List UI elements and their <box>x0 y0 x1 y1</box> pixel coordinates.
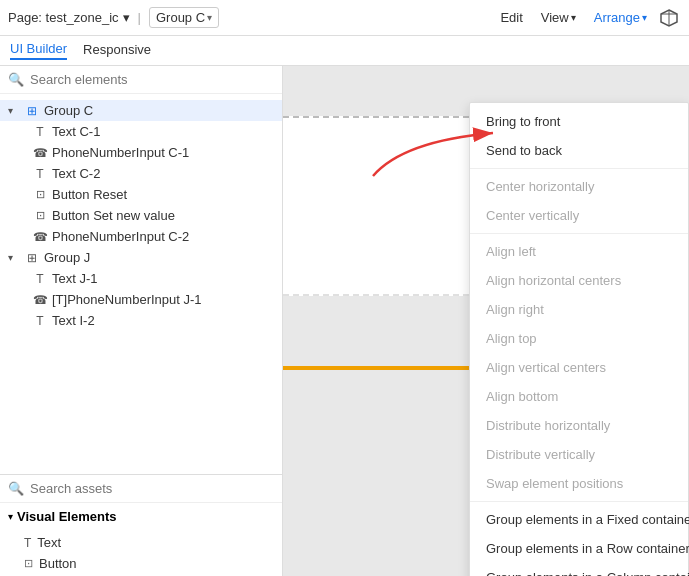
tree-item-group-j[interactable]: ▾ ⊞ Group J <box>0 247 282 268</box>
element-tree: ▾ ⊞ Group C T Text C-1 ☎ PhoneNumberInpu… <box>0 94 282 474</box>
button-icon-reset: ⊡ <box>32 188 48 201</box>
group-label: Group C <box>156 10 205 25</box>
3d-cube-button[interactable] <box>657 6 681 30</box>
search-elements-box: 🔍 <box>0 66 282 94</box>
menu-item-5: Align horizontal centers <box>470 266 688 295</box>
tab-ui-builder[interactable]: UI Builder <box>10 41 67 60</box>
menu-item-6: Align right <box>470 295 688 324</box>
menu-item-7: Align top <box>470 324 688 353</box>
group-chevron-icon: ▾ <box>207 12 212 23</box>
group-selector[interactable]: Group C ▾ <box>149 7 219 28</box>
tree-label-text-j1: Text J-1 <box>52 271 98 286</box>
page-label: Page: test_zone_ic <box>8 10 119 25</box>
phone-icon-j1: ☎ <box>32 293 48 307</box>
separator: | <box>138 10 141 25</box>
search-elements-icon: 🔍 <box>8 72 24 87</box>
top-bar-actions: Edit View ▾ Arrange ▾ <box>492 6 681 30</box>
assets-arrow-icon: ▾ <box>8 511 13 522</box>
assets-item-button[interactable]: ⊡ Button <box>0 553 282 574</box>
phone-icon: ☎ <box>32 146 48 160</box>
menu-item-10: Distribute horizontally <box>470 411 688 440</box>
tree-arrow-group-c: ▾ <box>8 105 20 116</box>
text-icon-c2: T <box>32 167 48 181</box>
menu-item-12: Swap element positions <box>470 469 688 498</box>
tree-item-group-c[interactable]: ▾ ⊞ Group C <box>0 100 282 121</box>
search-assets-box: 🔍 <box>0 475 282 503</box>
assets-section: 🔍 ▾ Visual Elements T Text ⊡ Button <box>0 474 282 576</box>
search-assets-input[interactable] <box>30 481 274 496</box>
menu-item-13[interactable]: Group elements in a Fixed container <box>470 505 688 534</box>
assets-button-icon: ⊡ <box>24 557 33 570</box>
menu-divider-12 <box>470 501 688 502</box>
text-icon-i2: T <box>32 314 48 328</box>
assets-text-label: Text <box>37 535 61 550</box>
arrange-dropdown-menu: Bring to frontSend to backCenter horizon… <box>469 102 689 576</box>
assets-item-text[interactable]: T Text <box>0 532 282 553</box>
tree-label-text-c2: Text C-2 <box>52 166 100 181</box>
page-selector[interactable]: Page: test_zone_ic ▾ <box>8 10 130 25</box>
arrange-button[interactable]: Arrange ▾ <box>586 7 655 28</box>
left-panel: 🔍 ▾ ⊞ Group C T Text C-1 ☎ PhoneNumberIn… <box>0 66 283 576</box>
page-chevron-icon: ▾ <box>123 10 130 25</box>
menu-item-8: Align vertical centers <box>470 353 688 382</box>
sub-bar: UI Builder Responsive <box>0 36 689 66</box>
canvas-area: Bring to frontSend to backCenter horizon… <box>283 66 689 576</box>
menu-item-0[interactable]: Bring to front <box>470 107 688 136</box>
button-icon-set: ⊡ <box>32 209 48 222</box>
tree-item-phone-c1[interactable]: ☎ PhoneNumberInput C-1 <box>0 142 282 163</box>
tree-item-phone-c2[interactable]: ☎ PhoneNumberInput C-2 <box>0 226 282 247</box>
menu-item-9: Align bottom <box>470 382 688 411</box>
assets-section-label: Visual Elements <box>17 509 116 524</box>
tree-item-btn-set[interactable]: ⊡ Button Set new value <box>0 205 282 226</box>
cube-icon <box>659 8 679 28</box>
menu-item-15[interactable]: Group elements in a Column container <box>470 563 688 576</box>
search-elements-input[interactable] <box>30 72 274 87</box>
group-icon: ⊞ <box>24 104 40 118</box>
top-bar: Page: test_zone_ic ▾ | Group C ▾ Edit Vi… <box>0 0 689 36</box>
menu-item-3: Center vertically <box>470 201 688 230</box>
tree-label-group-j: Group J <box>44 250 90 265</box>
view-button[interactable]: View ▾ <box>533 7 584 28</box>
text-icon-j1: T <box>32 272 48 286</box>
tree-item-text-c2[interactable]: T Text C-2 <box>0 163 282 184</box>
tree-label-group-c: Group C <box>44 103 93 118</box>
edit-button[interactable]: Edit <box>492 7 530 28</box>
tree-label-text-c1: Text C-1 <box>52 124 100 139</box>
tree-item-text-j1[interactable]: T Text J-1 <box>0 268 282 289</box>
phone-icon-c2: ☎ <box>32 230 48 244</box>
tree-label-btn-set: Button Set new value <box>52 208 175 223</box>
tree-label-text-i2: Text I-2 <box>52 313 95 328</box>
tree-label-btn-reset: Button Reset <box>52 187 127 202</box>
assets-items: T Text ⊡ Button <box>0 530 282 576</box>
menu-item-1[interactable]: Send to back <box>470 136 688 165</box>
tree-label-phone-j1: [T]PhoneNumberInput J-1 <box>52 292 202 307</box>
tree-label-phone-c2: PhoneNumberInput C-2 <box>52 229 189 244</box>
main-layout: 🔍 ▾ ⊞ Group C T Text C-1 ☎ PhoneNumberIn… <box>0 66 689 576</box>
tree-arrow-group-j: ▾ <box>8 252 20 263</box>
menu-item-4: Align left <box>470 237 688 266</box>
group-j-icon: ⊞ <box>24 251 40 265</box>
menu-divider-3 <box>470 233 688 234</box>
tree-item-text-i2[interactable]: T Text I-2 <box>0 310 282 331</box>
assets-header[interactable]: ▾ Visual Elements <box>0 503 282 530</box>
tab-responsive[interactable]: Responsive <box>83 42 151 59</box>
view-chevron-icon: ▾ <box>571 12 576 23</box>
tree-item-btn-reset[interactable]: ⊡ Button Reset <box>0 184 282 205</box>
assets-button-label: Button <box>39 556 77 571</box>
menu-item-2: Center horizontally <box>470 172 688 201</box>
assets-text-icon: T <box>24 536 31 550</box>
tree-item-phone-j1[interactable]: ☎ [T]PhoneNumberInput J-1 <box>0 289 282 310</box>
arrange-chevron-icon: ▾ <box>642 12 647 23</box>
tree-label-phone-c1: PhoneNumberInput C-1 <box>52 145 189 160</box>
menu-item-14[interactable]: Group elements in a Row container <box>470 534 688 563</box>
search-assets-icon: 🔍 <box>8 481 24 496</box>
text-icon: T <box>32 125 48 139</box>
tree-item-text-c1[interactable]: T Text C-1 <box>0 121 282 142</box>
menu-divider-1 <box>470 168 688 169</box>
menu-item-11: Distribute vertically <box>470 440 688 469</box>
